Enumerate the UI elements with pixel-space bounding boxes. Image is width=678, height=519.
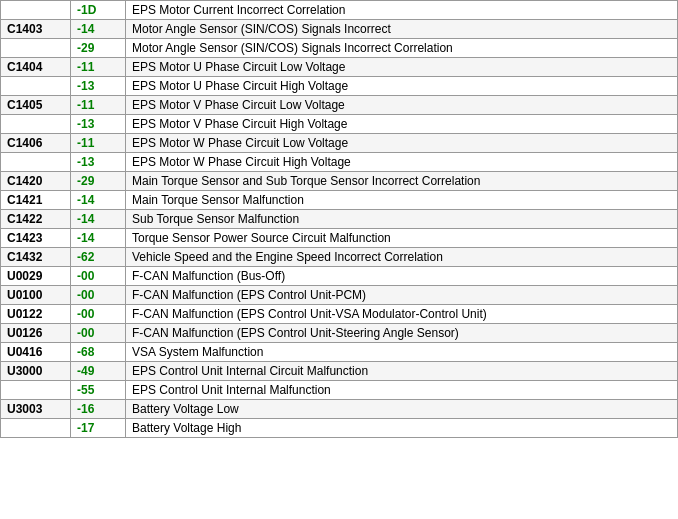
table-row: C1406-11EPS Motor W Phase Circuit Low Vo… — [1, 134, 678, 153]
dtc-description: EPS Motor U Phase Circuit Low Voltage — [126, 58, 678, 77]
dtc-description: VSA System Malfunction — [126, 343, 678, 362]
dtc-code: C1406 — [1, 134, 71, 153]
dtc-description: Main Torque Sensor Malfunction — [126, 191, 678, 210]
dtc-subcode: -55 — [71, 381, 126, 400]
dtc-subcode: -1D — [71, 1, 126, 20]
dtc-description: EPS Motor W Phase Circuit Low Voltage — [126, 134, 678, 153]
dtc-subcode: -00 — [71, 324, 126, 343]
dtc-description: F-CAN Malfunction (EPS Control Unit-Stee… — [126, 324, 678, 343]
table-row: U0416-68VSA System Malfunction — [1, 343, 678, 362]
dtc-table: -1DEPS Motor Current Incorrect Correlati… — [0, 0, 678, 438]
table-row: -13EPS Motor V Phase Circuit High Voltag… — [1, 115, 678, 134]
dtc-description: EPS Motor W Phase Circuit High Voltage — [126, 153, 678, 172]
dtc-description: EPS Motor U Phase Circuit High Voltage — [126, 77, 678, 96]
dtc-code: C1422 — [1, 210, 71, 229]
dtc-code: C1423 — [1, 229, 71, 248]
table-row: -29Motor Angle Sensor (SIN/COS) Signals … — [1, 39, 678, 58]
dtc-subcode: -14 — [71, 210, 126, 229]
dtc-description: Vehicle Speed and the Engine Speed Incor… — [126, 248, 678, 267]
dtc-code: U0126 — [1, 324, 71, 343]
dtc-code: C1432 — [1, 248, 71, 267]
table-row: C1405-11EPS Motor V Phase Circuit Low Vo… — [1, 96, 678, 115]
dtc-subcode: -29 — [71, 172, 126, 191]
dtc-subcode: -00 — [71, 305, 126, 324]
dtc-code — [1, 39, 71, 58]
dtc-description: F-CAN Malfunction (EPS Control Unit-PCM) — [126, 286, 678, 305]
dtc-description: EPS Motor Current Incorrect Correlation — [126, 1, 678, 20]
dtc-description: Motor Angle Sensor (SIN/COS) Signals Inc… — [126, 20, 678, 39]
dtc-description: EPS Control Unit Internal Circuit Malfun… — [126, 362, 678, 381]
dtc-subcode: -13 — [71, 77, 126, 96]
dtc-code: C1420 — [1, 172, 71, 191]
dtc-code: U0100 — [1, 286, 71, 305]
dtc-description: F-CAN Malfunction (Bus-Off) — [126, 267, 678, 286]
table-row: -13EPS Motor U Phase Circuit High Voltag… — [1, 77, 678, 96]
table-row: -1DEPS Motor Current Incorrect Correlati… — [1, 1, 678, 20]
table-row: U3000-49EPS Control Unit Internal Circui… — [1, 362, 678, 381]
dtc-subcode: -49 — [71, 362, 126, 381]
dtc-code: U0122 — [1, 305, 71, 324]
dtc-subcode: -11 — [71, 58, 126, 77]
dtc-code: U0416 — [1, 343, 71, 362]
dtc-subcode: -11 — [71, 134, 126, 153]
table-row: C1421-14Main Torque Sensor Malfunction — [1, 191, 678, 210]
dtc-description: EPS Control Unit Internal Malfunction — [126, 381, 678, 400]
dtc-code — [1, 419, 71, 438]
table-row: C1432-62Vehicle Speed and the Engine Spe… — [1, 248, 678, 267]
dtc-code — [1, 77, 71, 96]
table-row: U0029-00F-CAN Malfunction (Bus-Off) — [1, 267, 678, 286]
dtc-description: EPS Motor V Phase Circuit Low Voltage — [126, 96, 678, 115]
dtc-code: C1405 — [1, 96, 71, 115]
dtc-description: Battery Voltage Low — [126, 400, 678, 419]
dtc-code: U0029 — [1, 267, 71, 286]
dtc-subcode: -29 — [71, 39, 126, 58]
dtc-subcode: -16 — [71, 400, 126, 419]
dtc-code: U3003 — [1, 400, 71, 419]
dtc-subcode: -62 — [71, 248, 126, 267]
table-row: U0126-00F-CAN Malfunction (EPS Control U… — [1, 324, 678, 343]
table-row: U0122-00F-CAN Malfunction (EPS Control U… — [1, 305, 678, 324]
dtc-subcode: -13 — [71, 115, 126, 134]
dtc-subcode: -14 — [71, 20, 126, 39]
table-row: C1423-14Torque Sensor Power Source Circu… — [1, 229, 678, 248]
dtc-subcode: -11 — [71, 96, 126, 115]
dtc-code: C1404 — [1, 58, 71, 77]
table-row: C1420-29Main Torque Sensor and Sub Torqu… — [1, 172, 678, 191]
dtc-subcode: -17 — [71, 419, 126, 438]
dtc-code — [1, 1, 71, 20]
dtc-code — [1, 115, 71, 134]
table-row: C1404-11EPS Motor U Phase Circuit Low Vo… — [1, 58, 678, 77]
dtc-subcode: -00 — [71, 286, 126, 305]
dtc-description: Torque Sensor Power Source Circuit Malfu… — [126, 229, 678, 248]
dtc-code: U3000 — [1, 362, 71, 381]
dtc-code: C1403 — [1, 20, 71, 39]
dtc-description: F-CAN Malfunction (EPS Control Unit-VSA … — [126, 305, 678, 324]
table-row: -17Battery Voltage High — [1, 419, 678, 438]
dtc-description: EPS Motor V Phase Circuit High Voltage — [126, 115, 678, 134]
table-row: U3003-16Battery Voltage Low — [1, 400, 678, 419]
dtc-subcode: -14 — [71, 191, 126, 210]
dtc-description: Motor Angle Sensor (SIN/COS) Signals Inc… — [126, 39, 678, 58]
dtc-code: C1421 — [1, 191, 71, 210]
dtc-subcode: -14 — [71, 229, 126, 248]
dtc-description: Sub Torque Sensor Malfunction — [126, 210, 678, 229]
dtc-description: Battery Voltage High — [126, 419, 678, 438]
table-row: U0100-00F-CAN Malfunction (EPS Control U… — [1, 286, 678, 305]
table-row: C1422-14Sub Torque Sensor Malfunction — [1, 210, 678, 229]
dtc-subcode: -13 — [71, 153, 126, 172]
table-row: C1403-14Motor Angle Sensor (SIN/COS) Sig… — [1, 20, 678, 39]
dtc-code — [1, 153, 71, 172]
table-row: -13EPS Motor W Phase Circuit High Voltag… — [1, 153, 678, 172]
dtc-code — [1, 381, 71, 400]
table-row: -55EPS Control Unit Internal Malfunction — [1, 381, 678, 400]
dtc-description: Main Torque Sensor and Sub Torque Sensor… — [126, 172, 678, 191]
dtc-subcode: -68 — [71, 343, 126, 362]
dtc-subcode: -00 — [71, 267, 126, 286]
